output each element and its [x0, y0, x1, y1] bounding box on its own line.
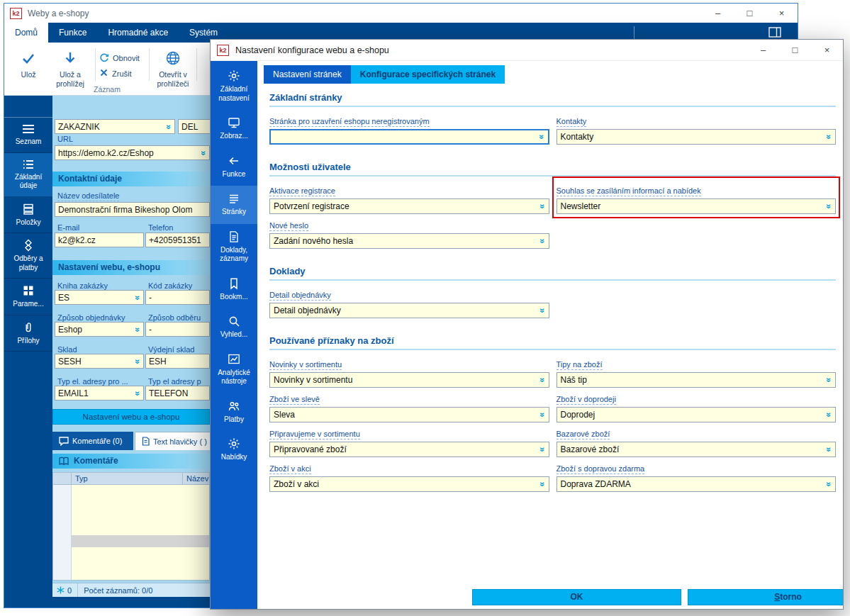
- dialog-nav-nabidky[interactable]: Nabídky: [211, 431, 257, 469]
- phone-type-value: TELEFON: [149, 388, 188, 398]
- ribbon-divider: [95, 48, 96, 81]
- customer-value: ZAKAZNIK: [58, 122, 100, 132]
- free-shipping-field[interactable]: Doprava ZDARMA »: [557, 476, 837, 492]
- customer-field[interactable]: ZAKAZNIK »: [55, 119, 175, 134]
- dialog-nav-platby[interactable]: Platby: [211, 393, 257, 432]
- nav-label: Funkce: [223, 170, 246, 179]
- combo-dropdown-icon[interactable]: »: [165, 124, 174, 129]
- dialog-nav-doklady-zaznamy[interactable]: Doklady, záznamy: [211, 224, 257, 271]
- column-nazev[interactable]: Název: [183, 473, 209, 484]
- combo-dropdown-icon[interactable]: »: [825, 413, 834, 418]
- nav-label: Platby: [224, 415, 244, 425]
- tab-komentare[interactable]: Komentáře (0): [52, 432, 133, 450]
- dialog-nav-vyhledavani[interactable]: Vyhled...: [211, 308, 257, 347]
- combo-dropdown-icon[interactable]: »: [134, 359, 142, 364]
- dialog-nav-zakladni-nastaveni[interactable]: Základní nastavení: [211, 63, 257, 110]
- email-type-field[interactable]: EMAIL1 »: [55, 386, 144, 401]
- dialog-close-button[interactable]: ×: [811, 40, 843, 60]
- combo-dropdown-icon[interactable]: »: [538, 447, 547, 452]
- order-method-field[interactable]: Eshop »: [55, 322, 144, 337]
- email-field[interactable]: k2@k2.cz: [55, 233, 144, 247]
- news-field[interactable]: Novinky v sortimentu »: [269, 372, 549, 388]
- tab-konfigurace-specifickych-stranek[interactable]: Konfigurace specifických stránek: [351, 65, 505, 84]
- ok-button[interactable]: OK: [472, 589, 681, 605]
- table-selected-row[interactable]: [72, 535, 209, 547]
- order-detail-field[interactable]: Detail objednávky »: [269, 303, 549, 318]
- combo-dropdown-icon[interactable]: »: [825, 204, 834, 209]
- combo-dropdown-icon[interactable]: »: [538, 378, 547, 383]
- upcoming-field[interactable]: Připravované zboží »: [269, 442, 549, 457]
- close-button[interactable]: ×: [766, 4, 798, 23]
- closed-shop-field[interactable]: »: [269, 129, 549, 145]
- combo-dropdown-icon[interactable]: »: [200, 150, 208, 155]
- ribbon-tab-hromadne-akce[interactable]: Hromadné akce: [97, 23, 179, 43]
- sale-field[interactable]: Sleva »: [269, 407, 549, 422]
- tab-nastaveni-stranek[interactable]: Nastavení stránek: [264, 65, 351, 84]
- clearance-field[interactable]: Doprodej »: [557, 407, 837, 422]
- combo-dropdown-icon[interactable]: »: [134, 391, 142, 396]
- action-value: Zboží v akci: [274, 479, 319, 489]
- registration-cell: Aktivace registrace Potvrzení registrace…: [269, 184, 549, 214]
- save-label: Ulož: [21, 70, 35, 79]
- dialog-nav-stranky[interactable]: Stránky: [211, 186, 257, 224]
- sidebar-item-polozky[interactable]: Položky: [4, 197, 52, 234]
- sidebar-item-seznam[interactable]: Seznam: [4, 117, 52, 153]
- dialog-nav-zobrazeni[interactable]: Zobraz...: [211, 110, 257, 148]
- tips-field[interactable]: Náš tip »: [557, 372, 837, 388]
- sidebar-item-odbery-a-platby[interactable]: Odběry a platby: [4, 233, 52, 279]
- sidebar-item-parametry[interactable]: Parame...: [4, 279, 52, 315]
- combo-dropdown-icon[interactable]: »: [538, 308, 547, 313]
- sidebar-item-zakladni-udaje[interactable]: Základní údaje: [4, 153, 52, 197]
- sender-field[interactable]: Demonstrační firma Bikeshop Olom: [55, 202, 210, 217]
- maximize-button[interactable]: □: [734, 4, 766, 23]
- sidebar-item-prilohy[interactable]: Přílohy: [4, 315, 52, 352]
- action-field[interactable]: Zboží v akci »: [269, 476, 549, 492]
- warehouse-field[interactable]: SESH »: [55, 354, 144, 369]
- combo-dropdown-icon[interactable]: »: [538, 204, 547, 209]
- phone-field[interactable]: +4205951351: [145, 233, 210, 247]
- combo-dropdown-icon[interactable]: »: [538, 413, 547, 418]
- order-book-field[interactable]: ES »: [55, 290, 144, 305]
- dispatch-warehouse-field[interactable]: ESH: [145, 354, 210, 369]
- newsletter-field[interactable]: Newsletter »: [557, 198, 837, 214]
- secondhand-field[interactable]: Bazarové zboží »: [557, 442, 837, 457]
- combo-dropdown-icon[interactable]: »: [825, 135, 834, 140]
- minimize-button[interactable]: –: [702, 4, 734, 23]
- contacts-field[interactable]: Kontakty »: [557, 129, 837, 145]
- order-book-value: ES: [58, 293, 69, 303]
- grid-icon: [22, 284, 35, 297]
- combo-dropdown-icon[interactable]: »: [825, 447, 834, 452]
- order-code-field[interactable]: -: [145, 290, 210, 305]
- phone-type-field[interactable]: TELEFON: [145, 386, 210, 401]
- combo-dropdown-icon[interactable]: »: [825, 378, 834, 383]
- ribbon-tab-domu[interactable]: Domů: [4, 23, 48, 43]
- dialog-maximize-button[interactable]: □: [779, 40, 811, 60]
- cancel-button[interactable]: Zrušit: [99, 68, 132, 79]
- storno-button[interactable]: Storno: [688, 589, 844, 605]
- ribbon-tab-funkce[interactable]: Funkce: [48, 23, 97, 43]
- open-in-browser-button[interactable]: Otevřít v prohlížeči: [151, 47, 195, 88]
- save-and-view-button[interactable]: Ulož a prohlížej: [48, 47, 92, 88]
- registration-field[interactable]: Potvrzení registrace »: [269, 198, 549, 214]
- dialog-nav-analyticke-nastroje[interactable]: Analytické nástroje: [211, 347, 257, 393]
- pickup-method-field[interactable]: -: [145, 322, 210, 337]
- combo-dropdown-icon[interactable]: »: [538, 482, 547, 487]
- dialog-minimize-button[interactable]: –: [747, 40, 779, 60]
- nav-label: Základní nastavení: [212, 85, 256, 103]
- combo-dropdown-icon[interactable]: »: [537, 135, 546, 140]
- dialog-nav-funkce[interactable]: Funkce: [211, 148, 257, 186]
- combo-dropdown-icon[interactable]: »: [825, 482, 834, 487]
- monitor-icon: [228, 116, 240, 129]
- save-button[interactable]: Ulož: [10, 47, 47, 79]
- url-field[interactable]: https://demo.k2.cz/Eshop »: [55, 145, 210, 160]
- combo-dropdown-icon[interactable]: »: [538, 239, 547, 244]
- refresh-button[interactable]: Obnovit: [99, 52, 140, 64]
- column-typ[interactable]: Typ: [72, 473, 183, 484]
- combo-dropdown-icon[interactable]: »: [134, 327, 142, 332]
- arrow-icon: [228, 155, 240, 167]
- web-settings-button[interactable]: Nastavení webu a e-shopu: [52, 409, 210, 425]
- combo-dropdown-icon[interactable]: »: [134, 295, 142, 300]
- email-label: E-mail: [57, 223, 79, 233]
- dialog-nav-bookmarky[interactable]: Bookm...: [211, 271, 257, 309]
- new-password-field[interactable]: Zadání nového hesla »: [269, 233, 549, 249]
